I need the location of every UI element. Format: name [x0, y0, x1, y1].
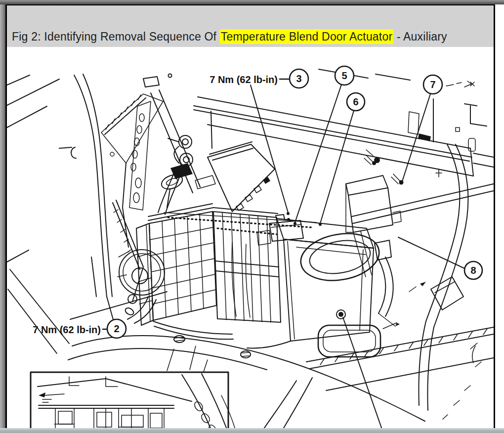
callout-5: 5 [335, 66, 354, 85]
callout-6: 6 [347, 93, 365, 111]
torque-label-top: 7 Nm (62 lb-in) [210, 74, 278, 85]
caption-suffix: - Auxiliary [393, 30, 447, 43]
document-page: Fig 2: Identifying Removal Sequence Of T… [5, 4, 495, 428]
figure-caption: Fig 2: Identifying Removal Sequence Of T… [12, 30, 447, 43]
page-right-gutter [495, 4, 504, 428]
screenshot-root: Fig 2: Identifying Removal Sequence Of T… [0, 0, 504, 433]
window-bottom-bar [0, 428, 504, 433]
svg-text:5: 5 [341, 70, 347, 81]
figure-caption-band: Fig 2: Identifying Removal Sequence Of T… [7, 5, 494, 47]
svg-text:8: 8 [470, 265, 476, 276]
callout-3: 3 [290, 69, 308, 88]
inset-detail-box [31, 346, 236, 428]
svg-text:6: 6 [353, 96, 358, 107]
actuator-drawing [346, 175, 401, 277]
window-left-edge [0, 4, 5, 428]
caption-prefix: Fig 2: Identifying Removal Sequence Of [12, 30, 220, 43]
window-top-edge [0, 0, 504, 4]
hvac-unit-drawing [118, 135, 395, 357]
callout-8: 8 [464, 261, 482, 279]
diagram-artwork: 7 Nm (62 lb-in) 7 Nm (62 lb-in) 2 3 5 6 [7, 47, 494, 428]
svg-text:3: 3 [296, 73, 301, 84]
svg-text:7: 7 [430, 79, 435, 90]
callout-2: 2 [107, 319, 126, 338]
caption-highlighted-text: Temperature Blend Door Actuator [220, 29, 394, 44]
svg-text:2: 2 [114, 323, 119, 334]
torque-label-bottom: 7 Nm (62 lb-in) [33, 324, 101, 335]
callout-7: 7 [423, 75, 442, 94]
